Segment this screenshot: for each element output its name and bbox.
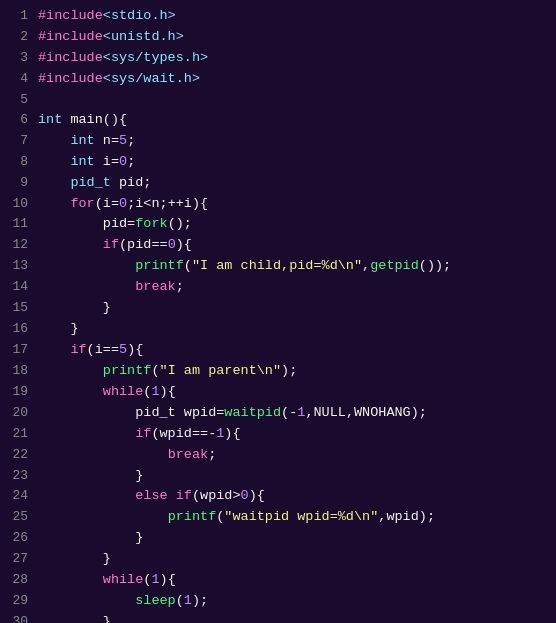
line-content: } (38, 319, 548, 340)
code-line: 4#include<sys/wait.h> (0, 69, 556, 90)
line-number: 15 (0, 298, 28, 318)
line-number: 7 (0, 131, 28, 151)
line-content: int n=5; (38, 131, 548, 152)
code-editor: 1#include<stdio.h>2#include<unistd.h>3#i… (0, 0, 556, 623)
line-content: else if(wpid>0){ (38, 486, 548, 507)
code-line: 2#include<unistd.h> (0, 27, 556, 48)
code-line: 28 while(1){ (0, 570, 556, 591)
line-content: printf("I am parent\n"); (38, 361, 548, 382)
line-content: } (38, 612, 548, 623)
line-number: 21 (0, 424, 28, 444)
line-content: #include<sys/types.h> (38, 48, 548, 69)
line-content: pid_t wpid=waitpid(-1,NULL,WNOHANG); (38, 403, 548, 424)
line-number: 3 (0, 48, 28, 68)
line-content: for(i=0;i<n;++i){ (38, 194, 548, 215)
code-line: 7 int n=5; (0, 131, 556, 152)
line-number: 20 (0, 403, 28, 423)
code-line: 17 if(i==5){ (0, 340, 556, 361)
code-line: 9 pid_t pid; (0, 173, 556, 194)
line-content: } (38, 528, 548, 549)
code-line: 22 break; (0, 445, 556, 466)
line-number: 1 (0, 6, 28, 26)
line-number: 23 (0, 466, 28, 486)
line-number: 17 (0, 340, 28, 360)
line-content: int i=0; (38, 152, 548, 173)
line-number: 29 (0, 591, 28, 611)
code-line: 12 if(pid==0){ (0, 235, 556, 256)
line-content: while(1){ (38, 570, 548, 591)
line-number: 5 (0, 90, 28, 110)
code-line: 5 (0, 90, 556, 110)
line-content: } (38, 466, 548, 487)
line-number: 30 (0, 612, 28, 623)
line-content: #include<unistd.h> (38, 27, 548, 48)
code-line: 26 } (0, 528, 556, 549)
code-line: 3#include<sys/types.h> (0, 48, 556, 69)
line-content: if(wpid==-1){ (38, 424, 548, 445)
code-line: 21 if(wpid==-1){ (0, 424, 556, 445)
code-line: 10 for(i=0;i<n;++i){ (0, 194, 556, 215)
code-line: 24 else if(wpid>0){ (0, 486, 556, 507)
code-line: 13 printf("I am child,pid=%d\n",getpid()… (0, 256, 556, 277)
line-content: if(pid==0){ (38, 235, 548, 256)
line-content: printf("waitpid wpid=%d\n",wpid); (38, 507, 548, 528)
code-line: 15 } (0, 298, 556, 319)
line-content: printf("I am child,pid=%d\n",getpid()); (38, 256, 548, 277)
code-line: 18 printf("I am parent\n"); (0, 361, 556, 382)
line-content: #include<sys/wait.h> (38, 69, 548, 90)
code-line: 19 while(1){ (0, 382, 556, 403)
line-number: 27 (0, 549, 28, 569)
line-content: break; (38, 445, 548, 466)
code-line: 30 } (0, 612, 556, 623)
line-content: while(1){ (38, 382, 548, 403)
line-number: 16 (0, 319, 28, 339)
code-line: 1#include<stdio.h> (0, 6, 556, 27)
line-number: 28 (0, 570, 28, 590)
line-number: 10 (0, 194, 28, 214)
line-number: 6 (0, 110, 28, 130)
line-content: } (38, 549, 548, 570)
line-content: pid_t pid; (38, 173, 548, 194)
line-content: if(i==5){ (38, 340, 548, 361)
line-number: 8 (0, 152, 28, 172)
code-line: 6int main(){ (0, 110, 556, 131)
line-content: break; (38, 277, 548, 298)
code-line: 16 } (0, 319, 556, 340)
line-number: 18 (0, 361, 28, 381)
line-number: 2 (0, 27, 28, 47)
line-content: sleep(1); (38, 591, 548, 612)
line-number: 13 (0, 256, 28, 276)
code-line: 23 } (0, 466, 556, 487)
line-number: 11 (0, 214, 28, 234)
code-line: 8 int i=0; (0, 152, 556, 173)
code-line: 29 sleep(1); (0, 591, 556, 612)
line-number: 25 (0, 507, 28, 527)
line-content: pid=fork(); (38, 214, 548, 235)
line-number: 14 (0, 277, 28, 297)
code-line: 25 printf("waitpid wpid=%d\n",wpid); (0, 507, 556, 528)
code-line: 14 break; (0, 277, 556, 298)
code-line: 11 pid=fork(); (0, 214, 556, 235)
line-content: #include<stdio.h> (38, 6, 548, 27)
line-number: 19 (0, 382, 28, 402)
line-number: 22 (0, 445, 28, 465)
line-number: 24 (0, 486, 28, 506)
line-number: 26 (0, 528, 28, 548)
code-line: 20 pid_t wpid=waitpid(-1,NULL,WNOHANG); (0, 403, 556, 424)
line-content: } (38, 298, 548, 319)
line-content: int main(){ (38, 110, 548, 131)
line-number: 4 (0, 69, 28, 89)
code-line: 27 } (0, 549, 556, 570)
line-number: 9 (0, 173, 28, 193)
line-number: 12 (0, 235, 28, 255)
